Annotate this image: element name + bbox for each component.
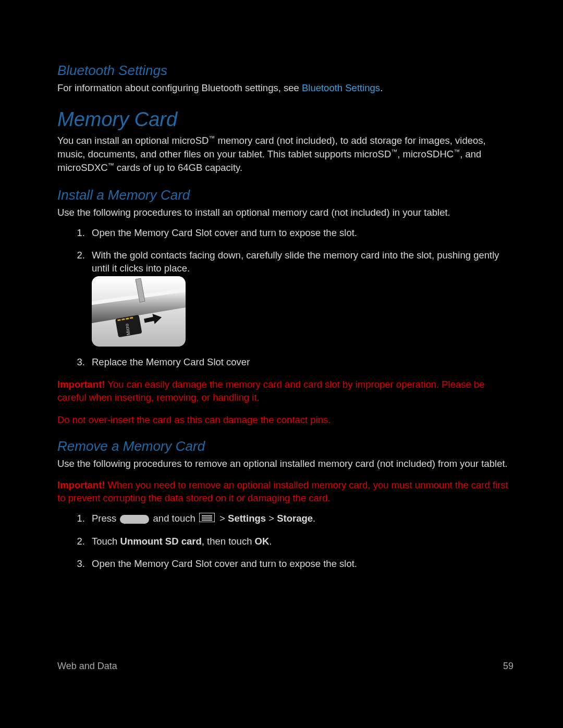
remove-steps-list: Press and touch > Settings > Storage. To… <box>88 512 513 571</box>
trademark-symbol: ™ <box>454 148 460 155</box>
heading-remove-memory-card: Remove a Memory Card <box>57 438 513 454</box>
text: Touch <box>92 536 120 547</box>
text: , then touch <box>202 536 255 547</box>
text: , microSDHC <box>397 149 454 159</box>
trademark-symbol: ™ <box>391 148 397 155</box>
figure-microsd-insert: Micro <box>92 276 513 347</box>
page-footer: Web and Data 59 <box>57 661 513 672</box>
trademark-symbol: ™ <box>108 162 114 169</box>
warning-over-insert: Do not over-insert the card as this can … <box>57 414 513 427</box>
text: > <box>217 513 228 524</box>
footer-section: Web and Data <box>57 661 117 672</box>
text: . <box>380 82 383 93</box>
settings-label: Settings <box>228 513 266 524</box>
ok-label: OK <box>255 536 270 547</box>
para-install-intro: Use the following procedures to install … <box>57 206 513 219</box>
storage-label: Storage <box>277 513 313 524</box>
heading-bluetooth-settings: Bluetooth Settings <box>57 63 513 79</box>
menu-icon <box>199 513 215 526</box>
text: and touch <box>150 513 198 524</box>
list-item: With the gold contacts facing down, care… <box>88 249 513 347</box>
list-item: Press and touch > Settings > Storage. <box>88 512 513 526</box>
text: You can easily damage the memory card an… <box>57 379 485 403</box>
text: When you need to remove an optional inst… <box>57 479 508 503</box>
list-item: Open the Memory Card Slot cover and turn… <box>88 558 513 571</box>
para-bluetooth: For information about configuring Blueto… <box>57 82 513 95</box>
text: For information about configuring Blueto… <box>57 82 302 93</box>
heading-install-memory-card: Install a Memory Card <box>57 187 513 203</box>
trademark-symbol: ™ <box>209 134 215 142</box>
text: With the gold contacts facing down, care… <box>92 250 499 274</box>
text: You can install an optional microSD <box>57 135 209 146</box>
warning-remove-unmount: Important! When you need to remove an op… <box>57 479 513 505</box>
home-button-icon <box>120 515 149 524</box>
text: > <box>266 513 277 524</box>
important-label: Important! <box>57 379 105 390</box>
list-item: Replace the Memory Card Slot cover <box>88 356 513 369</box>
important-label: Important! <box>57 479 105 490</box>
install-steps-list: Open the Memory Card Slot cover and turn… <box>88 227 513 369</box>
heading-memory-card: Memory Card <box>57 108 513 131</box>
unmount-label: Unmount SD card <box>120 536 202 547</box>
text: Press <box>92 513 119 524</box>
footer-page-number: 59 <box>503 661 513 672</box>
list-item: Open the Memory Card Slot cover and turn… <box>88 227 513 240</box>
para-memory-intro: You can install an optional microSD™ mem… <box>57 134 513 175</box>
warning-install-handling: Important! You can easily damage the mem… <box>57 378 513 404</box>
list-item: Touch Unmount SD card, then touch OK. <box>88 535 513 548</box>
text: . <box>269 536 272 547</box>
text: . <box>313 513 315 524</box>
text: cards of up to 64GB capacity. <box>114 162 242 173</box>
link-bluetooth-settings[interactable]: Bluetooth Settings <box>302 82 380 93</box>
para-remove-intro: Use the following procedures to remove a… <box>57 458 513 471</box>
